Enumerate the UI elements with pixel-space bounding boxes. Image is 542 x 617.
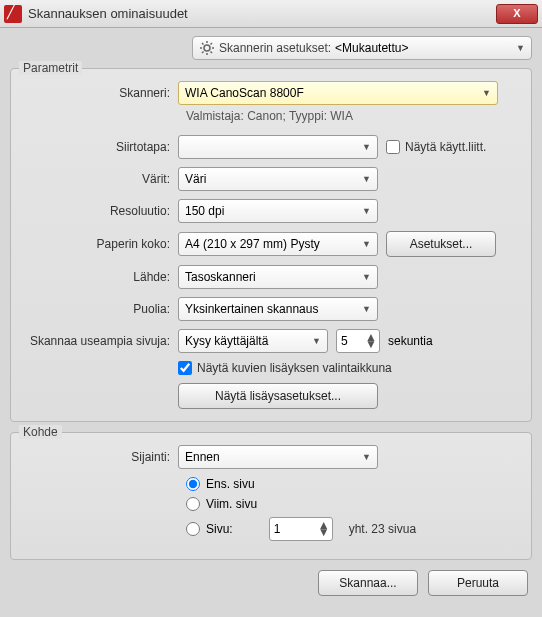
location-combo[interactable]: Ennen ▼ — [178, 445, 378, 469]
radio-first-page[interactable]: Ens. sivu — [186, 477, 519, 491]
spin-arrows-icon: ▲▼ — [365, 334, 375, 348]
show-ui-checkbox[interactable]: Näytä käytt.liitt. — [386, 140, 486, 154]
radio-page-input[interactable] — [186, 522, 200, 536]
manufacturer-text: Valmistaja: Canon; Tyyppi: WIA — [186, 109, 519, 123]
chevron-down-icon: ▼ — [362, 239, 371, 249]
scanner-combo[interactable]: WIA CanoScan 8800F ▼ — [178, 81, 498, 105]
radio-first-page-label: Ens. sivu — [206, 477, 255, 491]
scan-button-label: Skannaa... — [339, 576, 396, 590]
window-title: Skannauksen ominaisuudet — [28, 6, 496, 21]
parameters-legend: Parametrit — [19, 61, 82, 75]
scan-button[interactable]: Skannaa... — [318, 570, 418, 596]
transfer-combo[interactable]: ▼ — [178, 135, 378, 159]
resolution-label: Resoluutio: — [23, 204, 178, 218]
paper-size-combo[interactable]: A4 (210 x 297 mm) Pysty ▼ — [178, 232, 378, 256]
colors-value: Väri — [185, 172, 358, 186]
sides-combo[interactable]: Yksinkertainen skannaus ▼ — [178, 297, 378, 321]
target-legend: Kohde — [19, 425, 62, 439]
scan-delay-value: 5 — [341, 334, 365, 348]
chevron-down-icon: ▼ — [312, 336, 321, 346]
radio-last-page-label: Viim. sivu — [206, 497, 257, 511]
parameters-group: Parametrit Skanneri: WIA CanoScan 8800F … — [10, 68, 532, 422]
show-add-settings-button-label: Näytä lisäysasetukset... — [215, 389, 341, 403]
show-image-add-dialog-checkbox[interactable]: Näytä kuvien lisäyksen valintaikkuna — [178, 361, 392, 375]
scan-multiple-value: Kysy käyttäjältä — [185, 334, 308, 348]
close-button[interactable]: X — [496, 4, 538, 24]
show-ui-checkbox-label: Näytä käytt.liitt. — [405, 140, 486, 154]
paper-size-value: A4 (210 x 297 mm) Pysty — [185, 237, 358, 251]
chevron-down-icon: ▼ — [362, 452, 371, 462]
scan-multiple-combo[interactable]: Kysy käyttäjältä ▼ — [178, 329, 328, 353]
source-label: Lähde: — [23, 270, 178, 284]
scanner-settings-value: <Mukautettu> — [331, 41, 516, 55]
resolution-combo[interactable]: 150 dpi ▼ — [178, 199, 378, 223]
gear-icon — [199, 40, 215, 56]
show-ui-checkbox-input[interactable] — [386, 140, 400, 154]
title-bar: Skannauksen ominaisuudet X — [0, 0, 542, 28]
chevron-down-icon: ▼ — [516, 43, 525, 53]
scanner-value: WIA CanoScan 8800F — [185, 86, 478, 100]
scan-multiple-label: Skannaa useampia sivuja: — [23, 334, 178, 348]
radio-page-label: Sivu: — [206, 522, 233, 536]
radio-page[interactable]: Sivu: 1 ▲▼ yht. 23 sivua — [186, 517, 519, 541]
spin-arrows-icon: ▲▼ — [318, 522, 328, 536]
svg-line-7 — [202, 52, 204, 54]
radio-last-page-input[interactable] — [186, 497, 200, 511]
show-image-add-dialog-label: Näytä kuvien lisäyksen valintaikkuna — [197, 361, 392, 375]
svg-line-5 — [202, 43, 204, 45]
show-add-settings-button[interactable]: Näytä lisäysasetukset... — [178, 383, 378, 409]
chevron-down-icon: ▼ — [362, 142, 371, 152]
colors-combo[interactable]: Väri ▼ — [178, 167, 378, 191]
location-value: Ennen — [185, 450, 358, 464]
cancel-button[interactable]: Peruuta — [428, 570, 528, 596]
chevron-down-icon: ▼ — [362, 304, 371, 314]
svg-point-0 — [204, 45, 210, 51]
resolution-value: 150 dpi — [185, 204, 358, 218]
chevron-down-icon: ▼ — [362, 174, 371, 184]
scanner-label: Skanneri: — [23, 86, 178, 100]
paper-settings-button-label: Asetukset... — [410, 237, 473, 251]
cancel-button-label: Peruuta — [457, 576, 499, 590]
app-icon — [4, 5, 22, 23]
total-pages-text: yht. 23 sivua — [349, 522, 416, 536]
scanner-settings-dropdown[interactable]: Skannerin asetukset: <Mukautettu> ▼ — [192, 36, 532, 60]
source-value: Tasoskanneri — [185, 270, 358, 284]
chevron-down-icon: ▼ — [362, 206, 371, 216]
svg-line-8 — [211, 43, 213, 45]
radio-last-page[interactable]: Viim. sivu — [186, 497, 519, 511]
seconds-label: sekuntia — [388, 334, 433, 348]
scan-delay-spin[interactable]: 5 ▲▼ — [336, 329, 380, 353]
sides-label: Puolia: — [23, 302, 178, 316]
page-spin[interactable]: 1 ▲▼ — [269, 517, 333, 541]
location-label: Sijainti: — [23, 450, 178, 464]
chevron-down-icon: ▼ — [482, 88, 491, 98]
target-group: Kohde Sijainti: Ennen ▼ Ens. sivu Viim. … — [10, 432, 532, 560]
chevron-down-icon: ▼ — [362, 272, 371, 282]
svg-line-6 — [211, 52, 213, 54]
sides-value: Yksinkertainen skannaus — [185, 302, 358, 316]
show-image-add-dialog-checkbox-input[interactable] — [178, 361, 192, 375]
colors-label: Värit: — [23, 172, 178, 186]
paper-size-label: Paperin koko: — [23, 237, 178, 251]
transfer-label: Siirtotapa: — [23, 140, 178, 154]
paper-settings-button[interactable]: Asetukset... — [386, 231, 496, 257]
page-spin-value: 1 — [274, 522, 318, 536]
source-combo[interactable]: Tasoskanneri ▼ — [178, 265, 378, 289]
radio-first-page-input[interactable] — [186, 477, 200, 491]
scanner-settings-label: Skannerin asetukset: — [219, 41, 331, 55]
